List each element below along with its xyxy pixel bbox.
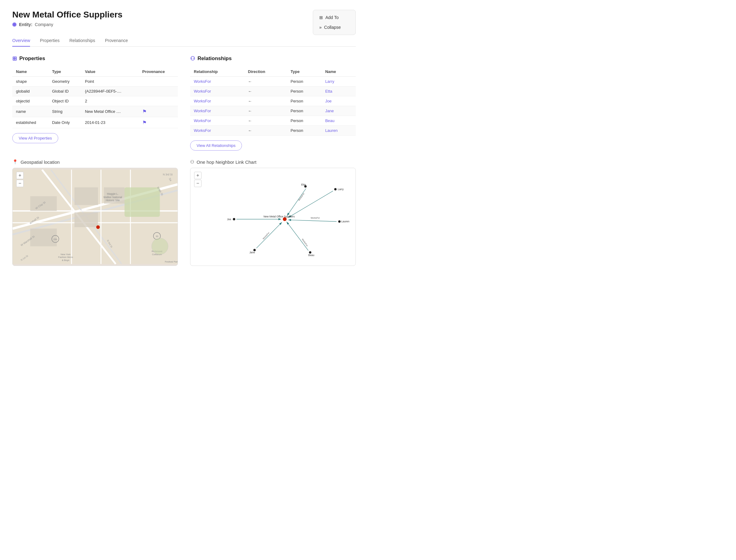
rel-relationship-cell[interactable]: WorksFor: [190, 86, 244, 96]
svg-text:Walker National: Walker National: [103, 196, 122, 199]
map-zoom-out-button[interactable]: −: [16, 180, 24, 187]
rel-col-name: Name: [321, 67, 356, 77]
prop-type-cell: Global ID: [48, 86, 81, 96]
provenance-icon[interactable]: ⚑: [142, 109, 147, 114]
rel-name-cell[interactable]: Larry: [321, 77, 356, 86]
prop-provenance-cell: [139, 96, 178, 106]
chart-controls: + −: [194, 172, 201, 187]
svg-line-51: [256, 222, 282, 248]
rel-relationship-cell[interactable]: WorksFor: [190, 106, 244, 116]
prop-name-cell: globalid: [12, 86, 48, 96]
rel-relationship-cell[interactable]: WorksFor: [190, 96, 244, 106]
map-controls: + −: [16, 172, 24, 187]
svg-text:N 3rd St: N 3rd St: [163, 173, 173, 176]
rel-name-cell[interactable]: Joe: [321, 96, 356, 106]
collapse-button[interactable]: » Collapse: [319, 24, 349, 31]
table-row: established Date Only 2014-01-23 ⚑: [12, 117, 178, 128]
tab-relationships[interactable]: Relationships: [69, 35, 95, 47]
view-all-properties-button[interactable]: View All Properties: [12, 133, 58, 143]
rel-relationship-cell[interactable]: WorksFor: [190, 77, 244, 86]
prop-provenance-cell: [139, 86, 178, 96]
prop-provenance-cell[interactable]: ⚑: [139, 106, 178, 117]
chart-zoom-out-button[interactable]: −: [194, 180, 201, 187]
svg-point-49: [233, 218, 235, 221]
tabs-bar: Overview Properties Relationships Proven…: [12, 35, 356, 47]
entity-label: Entity:: [19, 22, 33, 27]
geospatial-section: 📍 Geospatial location + −: [12, 159, 178, 266]
table-row: name String New Metal Office .... ⚑: [12, 106, 178, 117]
map-zoom-in-button[interactable]: +: [16, 172, 24, 179]
rel-name-cell[interactable]: Lauren: [321, 126, 356, 136]
top-actions-panel: ⊞ Add To » Collapse: [313, 10, 356, 35]
rel-name-cell[interactable]: Etta: [321, 86, 356, 96]
collapse-icon: »: [319, 25, 322, 30]
rel-relationship-cell[interactable]: WorksFor: [190, 116, 244, 126]
add-to-button[interactable]: ⊞ Add To: [319, 14, 349, 21]
link-chart-section: ⚇ One hop Neighbor Link Chart + −: [190, 159, 356, 266]
svg-text:33: 33: [155, 235, 158, 238]
provenance-icon[interactable]: ⚑: [142, 120, 147, 125]
rel-relationship-cell[interactable]: WorksFor: [190, 126, 244, 136]
prop-col-value: Value: [81, 67, 139, 77]
prop-provenance-cell: [139, 77, 178, 86]
svg-text:Beau: Beau: [308, 254, 314, 257]
rel-type-cell: Person: [287, 96, 322, 106]
geospatial-title: Geospatial location: [21, 159, 60, 165]
chart-zoom-in-button[interactable]: +: [194, 172, 201, 179]
rel-type-cell: Person: [287, 86, 322, 96]
prop-name-cell: established: [12, 117, 48, 128]
svg-text:Joe: Joe: [227, 218, 231, 221]
relationships-section: ⚇ Relationships Relationship Direction T…: [190, 55, 356, 151]
table-row: globalid Global ID {A228944F-0EF5-....: [12, 86, 178, 96]
prop-col-name: Name: [12, 67, 48, 77]
chart-container[interactable]: + − Larry: [190, 168, 356, 266]
rel-direction-cell: ←: [244, 116, 287, 126]
svg-rect-15: [125, 187, 160, 217]
rel-name-cell[interactable]: Beau: [321, 116, 356, 126]
table-row: WorksFor ← Person Joe: [190, 96, 356, 106]
view-all-relationships-button[interactable]: View All Relationships: [190, 140, 242, 151]
tab-provenance[interactable]: Provenance: [105, 35, 128, 47]
prop-value-cell: {A228944F-0EF5-....: [81, 86, 139, 96]
tab-overview[interactable]: Overview: [12, 35, 30, 47]
rel-col-relationship: Relationship: [190, 67, 244, 77]
svg-text:Larry: Larry: [338, 188, 344, 191]
rel-name-cell[interactable]: Jane: [321, 106, 356, 116]
prop-name-cell: objectid: [12, 96, 48, 106]
svg-rect-10: [75, 187, 98, 205]
prop-type-cell: Date Only: [48, 117, 81, 128]
relationships-icon: ⚇: [190, 55, 195, 62]
table-row: WorksFor ← Person Jane: [190, 106, 356, 116]
svg-text:Fashion Mens: Fashion Mens: [58, 256, 73, 259]
table-row: objectid Object ID 2: [12, 96, 178, 106]
svg-point-37: [151, 238, 168, 255]
rel-col-direction: Direction: [244, 67, 287, 77]
prop-provenance-cell[interactable]: ⚑: [139, 117, 178, 128]
table-row: WorksFor ← Person Larry: [190, 77, 356, 86]
svg-text:Festival Park: Festival Park: [165, 260, 178, 263]
svg-text:WorksFor: WorksFor: [311, 217, 320, 219]
map-container[interactable]: + −: [12, 168, 178, 266]
svg-line-59: [288, 220, 337, 221]
link-chart-title: One hop Neighbor Link Chart: [197, 159, 256, 165]
location-pin-icon: 📍: [12, 159, 18, 165]
prop-value-cell: New Metal Office ....: [81, 106, 139, 117]
svg-text:New York: New York: [61, 253, 71, 256]
tab-properties[interactable]: Properties: [40, 35, 59, 47]
properties-title: Properties: [19, 56, 45, 62]
rel-direction-cell: ←: [244, 86, 287, 96]
table-row: WorksFor ← Person Lauren: [190, 126, 356, 136]
svg-point-60: [338, 221, 341, 223]
rel-type-cell: Person: [287, 77, 322, 86]
svg-text:Lauren: Lauren: [341, 220, 350, 223]
svg-rect-13: [75, 213, 98, 227]
prop-col-provenance: Provenance: [139, 67, 178, 77]
rel-direction-cell: ←: [244, 96, 287, 106]
rel-type-cell: Person: [287, 106, 322, 116]
svg-point-38: [96, 225, 100, 229]
prop-type-cell: Geometry: [48, 77, 81, 86]
rel-direction-cell: ←: [244, 106, 287, 116]
table-row: shape Geometry Point: [12, 77, 178, 86]
rel-type-cell: Person: [287, 126, 322, 136]
svg-line-55: [287, 222, 309, 251]
